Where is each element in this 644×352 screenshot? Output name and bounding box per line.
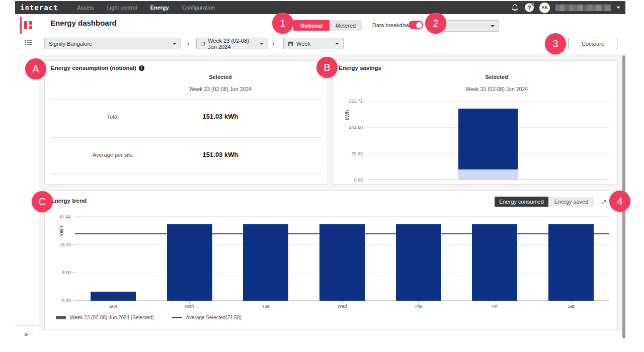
nav-item-configuration[interactable]: Configuration	[182, 5, 215, 11]
total-row-value: 151.03 kWh	[203, 113, 238, 120]
x-axis-label: Tue	[251, 304, 281, 309]
caret-down-icon	[335, 43, 339, 45]
y-tick-label: 0.00	[341, 178, 363, 183]
dashboard-icon[interactable]	[24, 21, 32, 29]
site-select[interactable]: Signify Bangalore	[44, 38, 181, 49]
data-breakdown-label: Data breakdown	[372, 22, 413, 28]
caret-down-icon	[491, 25, 495, 27]
trend-chart-plot: 0.009.0018.0027.21SunMonTueWedThuFriSat	[75, 216, 609, 301]
trend-series-toggle: Energy consumed Energy saved	[495, 197, 594, 207]
next-period-button[interactable]: ›	[272, 38, 275, 49]
savings-stacked-bar	[458, 109, 518, 180]
calendar-icon	[201, 41, 205, 46]
dashboard-icon-part	[24, 21, 27, 29]
granularity-select-value: Week	[296, 41, 310, 47]
average-row-label: Average per site	[93, 152, 133, 158]
help-glyph: ?	[528, 5, 531, 11]
x-axis-label: Wed	[327, 304, 357, 309]
toggle-knob	[416, 22, 422, 28]
nav-item-light-control[interactable]: Light control	[107, 5, 137, 11]
breakdown-select[interactable]	[438, 20, 499, 32]
metered-button[interactable]: Metered	[330, 20, 362, 31]
previous-period-button[interactable]: ‹	[187, 38, 190, 49]
legend-item-average: Average Selected(21.58)	[172, 315, 242, 320]
savings-chart-plot: 0.0070.90141.80212.71	[367, 101, 609, 180]
y-tick-label: 27.21	[49, 214, 71, 219]
trend-bar-tue	[243, 224, 288, 301]
y-tick-label: 18.00	[49, 242, 71, 247]
x-tick-mark	[418, 301, 419, 303]
trend-bar-sat	[548, 224, 594, 301]
user-menu-caret-icon[interactable]	[616, 7, 620, 9]
energy-consumed-button[interactable]: Energy consumed	[495, 197, 548, 207]
y-tick-mark	[72, 244, 75, 245]
consumption-column-header: Selected	[209, 74, 231, 80]
savings-column-subheader: Week 23 (02-08) Jun 2024	[465, 86, 528, 92]
trend-bar-fri	[472, 224, 517, 301]
legend-item-selected-week: Week 23 (02-08) Jun 2024 (Selected)	[56, 315, 154, 320]
trend-bar-mon	[167, 224, 212, 301]
bar-segment-upper-dark-blue	[458, 109, 518, 169]
list-icon[interactable]	[24, 38, 32, 46]
nav-item-energy[interactable]: Energy	[150, 5, 169, 11]
info-icon[interactable]: i	[139, 65, 144, 71]
annotation-2: 2	[425, 13, 446, 34]
x-axis-label: Thu	[404, 304, 434, 309]
energy-saved-button[interactable]: Energy saved	[548, 197, 594, 207]
nav-item-assets[interactable]: Assets	[77, 5, 94, 11]
divider	[51, 99, 321, 100]
y-tick-label: 212.71	[341, 99, 363, 104]
avatar[interactable]: AK	[539, 3, 550, 13]
x-tick-mark	[342, 301, 343, 303]
x-axis-label: Sun	[98, 304, 128, 309]
gridline	[75, 216, 609, 217]
energy-consumption-panel: Energy consumption (notional) i Selected…	[44, 60, 328, 185]
interact-logo: interact	[20, 4, 58, 12]
toolbar: Energy dashboard Notional Metered Data b…	[39, 14, 622, 54]
compare-button[interactable]: Compare	[569, 38, 617, 49]
dashboard-icon-part	[29, 26, 32, 29]
help-notification-dot	[531, 3, 534, 6]
energy-consumption-title: Energy consumption (notional) i	[51, 65, 144, 71]
legend-line-swatch	[172, 317, 182, 318]
consumption-column-subheader: Week 23 (02-08) Jun 2024	[189, 86, 252, 92]
expand-icon[interactable]	[600, 199, 607, 206]
screenshot-stage: interact Assets Light control Energy Con…	[0, 0, 644, 352]
bell-icon[interactable]	[511, 4, 519, 12]
caret-down-icon	[260, 43, 264, 45]
x-tick-mark	[266, 301, 266, 303]
user-name-redacted	[555, 5, 611, 11]
trend-bar-wed	[319, 224, 365, 301]
site-select-value: Signify Bangalore	[49, 41, 92, 47]
gridline	[367, 101, 609, 102]
period-select-value: Week 23 (02-08) Jun 2024	[208, 38, 257, 50]
trend-legend: Week 23 (02-08) Jun 2024 (Selected) Aver…	[56, 315, 242, 320]
granularity-select[interactable]: Week	[283, 38, 344, 49]
annotation-A: A	[25, 58, 46, 79]
trend-y-axis-label: kWh	[59, 226, 64, 236]
divider	[51, 137, 321, 138]
x-axis-label: Fri	[479, 304, 510, 309]
energy-trend-panel: Energy trend Energy consumed Energy save…	[44, 190, 618, 329]
bar-segment-lower-light-blue	[458, 169, 518, 180]
period-select[interactable]: Week 23 (02-08) Jun 2024	[196, 38, 268, 49]
annotation-B: B	[316, 57, 338, 78]
y-tick-label: 70.90	[341, 151, 363, 156]
data-breakdown-toggle[interactable]	[409, 21, 423, 29]
divider	[51, 173, 321, 174]
average-row-value: 151.03 kWh	[203, 151, 238, 158]
dashboard-icon-part	[29, 21, 32, 25]
x-tick-mark	[189, 301, 190, 303]
trend-bar-sun	[91, 292, 136, 301]
annotation-1: 1	[272, 13, 293, 34]
energy-trend-title-text: Energy trend	[51, 198, 87, 204]
y-tick-label: 141.80	[341, 125, 363, 130]
sidebar-expand-icon[interactable]: »	[24, 330, 28, 338]
x-tick-mark	[571, 301, 572, 303]
legend-bar-swatch	[56, 316, 66, 319]
notional-metered-toggle: Notional Metered	[293, 20, 362, 31]
help-icon[interactable]: ?	[525, 3, 534, 12]
x-tick-mark	[495, 301, 495, 303]
caret-down-icon	[173, 43, 177, 45]
notional-button[interactable]: Notional	[293, 20, 330, 31]
